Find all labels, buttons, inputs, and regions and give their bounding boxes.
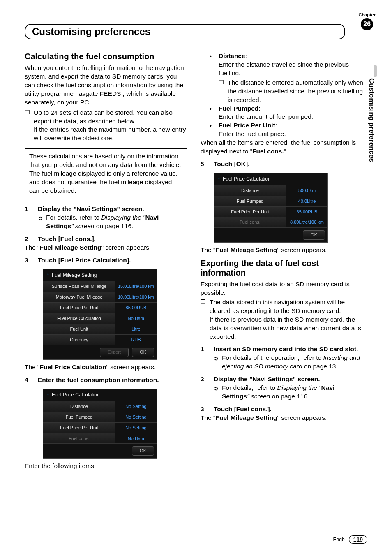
- ok-button[interactable]: OK: [132, 348, 154, 357]
- step-number: 5: [201, 160, 214, 169]
- screenshot-row-label: Distance: [214, 185, 286, 196]
- bullet-subnote: The distance is entered automatically on…: [228, 79, 363, 104]
- screenshot-row[interactable]: Fuel PumpedNo Setting: [43, 412, 157, 423]
- step-title: Touch [Fuel cons.].: [214, 405, 363, 414]
- screenshot-title: Fuel Price Calculation: [223, 176, 271, 182]
- export-step-1: 1 Insert an SD memory card into the SD c…: [201, 345, 363, 354]
- export-intro: Exporting the fuel cost data to an SD me…: [201, 280, 363, 297]
- back-icon[interactable]: ↑: [217, 175, 220, 183]
- screenshot-row-label: Fuel Pumped: [214, 196, 286, 207]
- screenshot-row[interactable]: Fuel Price Per Unit85.00RUB: [214, 207, 327, 218]
- ref-text-italic: " screen: [71, 222, 94, 229]
- bullet-label: Fuel Price Per Unit: [219, 122, 275, 129]
- screenshot-row-value: No Setting: [115, 401, 157, 412]
- note-item: ❐ If there is previous data in the SD me…: [201, 315, 363, 341]
- step-title: Touch [Fuel cons.].: [38, 235, 187, 243]
- screenshot-row[interactable]: DistanceNo Setting: [43, 401, 157, 412]
- screenshot-row-label: Fuel Price Per Unit: [43, 303, 115, 313]
- step-number: 2: [201, 375, 214, 384]
- page: Chapter 26 Customising preferences Custo…: [0, 0, 392, 556]
- back-icon[interactable]: ↑: [46, 391, 49, 399]
- step-title: Insert an SD memory card into the SD car…: [214, 345, 363, 354]
- screenshot-row-value: 40.0Litre: [286, 196, 327, 207]
- screenshot-row-label: Fuel cons.: [214, 217, 286, 228]
- bullet-label: Distance: [219, 52, 245, 59]
- checkbox-icon: ❐: [25, 109, 34, 143]
- ref-text: on page 116.: [95, 222, 134, 229]
- screenshot-title: Fuel Price Calculation: [52, 392, 100, 398]
- screenshot-row-label: Fuel Pumped: [43, 412, 115, 423]
- heading-calc-fuel: Calculating the fuel consumption: [25, 52, 187, 61]
- screenshot-row[interactable]: Fuel Price CalculationNo Data: [43, 313, 157, 324]
- step-number: 2: [25, 235, 38, 243]
- ref-text: For details of the operation, refer to: [222, 354, 323, 361]
- note-item: ❐ The data stored in this navigation sys…: [201, 298, 363, 315]
- reference-arrow-icon: ➲: [214, 354, 222, 371]
- bullet-fuel-price: • Fuel Price Per Unit: Enter the fuel un…: [210, 121, 363, 139]
- screenshot-row-value: 85.00RUB: [115, 303, 157, 313]
- screenshot-row[interactable]: Fuel Price Per Unit85.00RUB: [43, 303, 157, 313]
- screenshot-3-result: The "Fuel Mileage Setting" screen appear…: [201, 246, 363, 255]
- screenshot-row[interactable]: Fuel Price Per UnitNo Setting: [43, 423, 157, 433]
- step-5: 5 Touch [OK].: [201, 160, 363, 169]
- screenshot-row[interactable]: Distance500.0km: [214, 185, 327, 196]
- heading-export-fuel: Exporting the data of fuel cost informat…: [201, 259, 363, 278]
- step-number: 1: [201, 345, 214, 354]
- step-number: 1: [25, 205, 38, 213]
- screenshot-fuel-mileage-setting: ↑ Fuel Mileage Setting Surface Road Fuel…: [43, 269, 157, 360]
- after-bullets: When all the items are entered, the fuel…: [201, 139, 363, 156]
- screenshot-row[interactable]: Fuel cons.No Data: [43, 433, 157, 444]
- screenshot-row[interactable]: CurrencyRUB: [43, 335, 157, 345]
- screenshot-row-label: Surface Road Fuel Mileage: [43, 281, 115, 292]
- bullet-fuel-pumped: • Fuel Pumped: Enter the amount of fuel …: [210, 104, 363, 122]
- right-column: • Distance: Enter the distance travelled…: [201, 52, 363, 471]
- screenshot-row-value: 8.00Litre/100 km: [286, 217, 327, 228]
- screenshot-row-label: Currency: [43, 335, 115, 345]
- screenshot-row[interactable]: Fuel Pumped40.0Litre: [214, 196, 327, 207]
- bullet-distance: • Distance: Enter the distance travelled…: [210, 52, 363, 104]
- step-4: 4 Enter the fuel consumption information…: [25, 376, 187, 385]
- screenshot-row-value: No Setting: [115, 423, 157, 433]
- ref-text-italic: Displaying the ": [277, 384, 321, 391]
- step-number: 3: [25, 256, 38, 265]
- ok-button[interactable]: OK: [132, 446, 154, 456]
- screenshot-row[interactable]: Fuel UnitLitre: [43, 324, 157, 335]
- footer-lang: Engb: [333, 537, 345, 542]
- intro-paragraph: When you enter the fuelling information …: [25, 64, 187, 107]
- caution-box: These calculations are based only on the…: [25, 148, 187, 199]
- reference-arrow-icon: ➲: [38, 213, 46, 231]
- bullet-label: Fuel Pumped: [219, 105, 258, 112]
- ref-text: on page 116.: [270, 393, 309, 400]
- bullet-icon: •: [210, 121, 219, 139]
- ref-text-italic: Displaying the ": [101, 214, 145, 221]
- export-button[interactable]: Export: [100, 348, 129, 357]
- ref-text: For details, refer to: [46, 214, 101, 221]
- screenshot-row[interactable]: Surface Road Fuel Mileage15.00Litre/100 …: [43, 281, 157, 292]
- export-step-3: 3 Touch [Fuel cons.].: [201, 405, 363, 414]
- bullet-icon: •: [210, 52, 219, 104]
- screenshot-row-value: 85.00RUB: [286, 207, 327, 218]
- step-title: Touch [Fuel Price Calculation].: [38, 256, 187, 265]
- back-icon[interactable]: ↑: [46, 271, 49, 279]
- page-title: Customising preferences: [32, 26, 338, 37]
- step-title: Enter the fuel consumption information.: [38, 376, 187, 385]
- step-title: Touch [OK].: [214, 160, 363, 169]
- screenshot-row-value: RUB: [115, 335, 157, 345]
- bullet-text: Enter the amount of fuel pumped.: [219, 113, 313, 120]
- screenshot-row-label: Fuel Price Per Unit: [43, 423, 115, 433]
- step-3: 3 Touch [Fuel Price Calculation].: [25, 256, 187, 265]
- chapter-label: Chapter: [358, 12, 376, 17]
- screenshot-row[interactable]: Fuel cons.8.00Litre/100 km: [214, 217, 327, 228]
- screenshot-row-value: No Setting: [115, 412, 157, 423]
- export-step-3-result: The "Fuel Mileage Setting" screen appear…: [201, 414, 363, 422]
- step-1: 1 Display the "Navi Settings" screen.: [25, 205, 187, 213]
- bullet-text: Enter the distance travelled since the p…: [219, 61, 349, 76]
- screenshot-rows: Distance500.0kmFuel Pumped40.0LitreFuel …: [214, 185, 327, 228]
- export-step-2-ref: ➲ For details, refer to Displaying the "…: [214, 384, 363, 401]
- step-title: Display the "Navi Settings" screen.: [214, 375, 363, 384]
- step-2-result: The "Fuel Mileage Setting" screen appear…: [25, 243, 187, 252]
- step-2: 2 Touch [Fuel cons.].: [25, 235, 187, 243]
- screenshot-row[interactable]: Motorway Fuel Mileage10.00Litre/100 km: [43, 292, 157, 303]
- note-text: If the entries reach the maximum number,…: [34, 126, 186, 141]
- ok-button[interactable]: OK: [303, 230, 325, 240]
